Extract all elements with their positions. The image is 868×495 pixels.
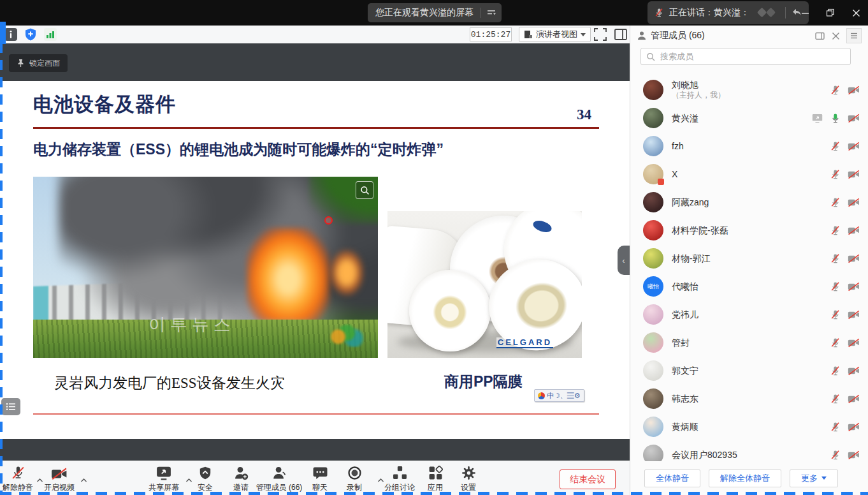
camera-status-icon[interactable]: [848, 310, 860, 320]
person-icon: [637, 31, 647, 41]
member-row[interactable]: 韩志东: [630, 385, 868, 413]
member-row[interactable]: 曦怡 代曦怡: [630, 272, 868, 300]
meeting-window: 您正在观看黄兴溢的屏幕 正在讲话：黄兴溢：: [0, 0, 868, 495]
unmute-all-button[interactable]: 解除全体静音: [709, 469, 781, 487]
slideshow-menu-button[interactable]: [1, 398, 20, 415]
manage-members-button[interactable]: 管理成员 (66): [256, 465, 303, 493]
network-signal-icon[interactable]: [43, 27, 57, 41]
camera-status-icon[interactable]: [848, 366, 860, 376]
member-row[interactable]: 郭文宁: [630, 357, 868, 385]
title-rule: [33, 127, 599, 129]
mute-all-button[interactable]: 全体静音: [644, 469, 700, 487]
breakout-icon: [393, 465, 407, 480]
start-video-button[interactable]: 开启视频: [44, 465, 75, 493]
mic-status-icon[interactable]: [830, 337, 841, 348]
avatar: [643, 108, 663, 128]
breakout-rooms-button[interactable]: 分组讨论: [384, 465, 415, 493]
member-row[interactable]: X: [630, 160, 868, 188]
mic-status-icon[interactable]: [830, 197, 841, 208]
mic-status-icon[interactable]: [830, 309, 841, 320]
member-row[interactable]: 材料学院-张磊: [630, 216, 868, 244]
member-row[interactable]: 管封: [630, 329, 868, 357]
member-row[interactable]: fzh: [630, 132, 868, 160]
share-options-chevron[interactable]: [185, 478, 192, 483]
side-panel-icon[interactable]: [614, 27, 628, 41]
more-button[interactable]: 更多: [790, 469, 838, 487]
caption-fire: 灵岩风力发电厂的ESS设备发生火灾: [54, 373, 285, 393]
flame-layer: [329, 249, 364, 297]
avatar: [643, 388, 663, 409]
meeting-info-icon[interactable]: [4, 27, 18, 41]
member-row[interactable]: 党祎儿: [630, 300, 868, 329]
share-screen-button[interactable]: 共享屏幕: [148, 465, 179, 493]
popout-panel-icon[interactable]: [815, 31, 825, 41]
mic-status-icon[interactable]: [830, 450, 841, 461]
mic-status-icon[interactable]: [830, 169, 841, 180]
camera-status-icon[interactable]: [848, 282, 860, 292]
avatar: [643, 360, 663, 381]
avatar: [643, 164, 663, 184]
view-mode-button[interactable]: 演讲者视图: [519, 27, 591, 42]
member-row[interactable]: 材物-郭江: [630, 244, 868, 272]
record-options-chevron[interactable]: [377, 478, 384, 483]
end-meeting-button[interactable]: 结束会议: [560, 469, 616, 489]
camera-status-icon[interactable]: [848, 170, 860, 179]
mic-status-icon[interactable]: [830, 394, 841, 404]
lock-view-button[interactable]: 锁定画面: [9, 54, 68, 72]
pp-separator-photo: CELGARD: [387, 211, 582, 358]
member-name: 韩志东: [672, 394, 698, 404]
camera-status-icon[interactable]: [848, 394, 860, 404]
avatar: [643, 304, 663, 325]
mic-status-icon[interactable]: [830, 113, 841, 124]
panel-collapse-handle[interactable]: ‹: [618, 246, 630, 275]
restore-button[interactable]: [822, 4, 839, 21]
mic-status-icon[interactable]: [830, 141, 841, 152]
camera-status-icon[interactable]: [848, 114, 860, 123]
member-row[interactable]: 阿藏zang: [630, 188, 868, 216]
settings-button[interactable]: 设置: [461, 465, 476, 493]
record-button[interactable]: 录制: [347, 465, 362, 493]
meeting-toolbar: 解除静音 开启视频 共享屏幕 安全 邀请: [0, 461, 630, 495]
camera-status-icon[interactable]: [848, 226, 860, 235]
camera-status-icon[interactable]: [848, 198, 860, 207]
search-input[interactable]: [659, 51, 845, 62]
mic-status-icon[interactable]: [830, 225, 841, 236]
chevron-down-icon: [581, 33, 586, 36]
member-row[interactable]: 黄炳顺: [630, 413, 868, 441]
member-row[interactable]: 黄兴溢: [630, 104, 868, 132]
mic-status-icon[interactable]: [830, 422, 841, 432]
camera-status-icon[interactable]: [848, 254, 860, 263]
magnifier-icon[interactable]: [356, 181, 373, 199]
shared-screen-area: 锁定画面 电池设备及器件 34 电力储存装置（ESS）的锂电池成为随时可能爆炸的…: [0, 43, 630, 461]
member-row[interactable]: 刘晓旭 （主持人，我）: [630, 76, 868, 104]
speaking-banner-text: 正在讲话：黄兴溢：: [669, 7, 749, 18]
invite-button[interactable]: 邀请: [233, 465, 249, 493]
fullscreen-icon[interactable]: [593, 27, 607, 41]
panel-menu-icon[interactable]: [846, 28, 862, 43]
minimize-button[interactable]: [797, 4, 813, 21]
mic-status-icon[interactable]: [830, 85, 841, 96]
pin-icon: [17, 59, 25, 68]
apps-button[interactable]: 应用: [428, 465, 443, 493]
member-row[interactable]: 会议用户802935: [630, 441, 868, 461]
footer-rule: [33, 413, 599, 415]
security-button[interactable]: 安全: [198, 465, 213, 493]
camera-status-icon[interactable]: [848, 422, 860, 432]
ess-fire-photo: 이투뉴스: [33, 177, 378, 358]
security-shield-icon[interactable]: [24, 27, 38, 41]
camera-status-icon[interactable]: [848, 85, 860, 95]
video-options-chevron[interactable]: [80, 478, 87, 483]
mic-status-icon[interactable]: [830, 253, 841, 264]
banner-menu-icon[interactable]: [487, 10, 496, 16]
close-panel-icon[interactable]: [832, 32, 840, 40]
chat-button[interactable]: 聊天: [312, 465, 328, 493]
mic-status-icon[interactable]: [830, 366, 841, 376]
camera-status-icon[interactable]: [848, 142, 860, 151]
camera-status-icon[interactable]: [848, 338, 860, 348]
mic-status-icon[interactable]: [830, 281, 841, 292]
close-button[interactable]: [848, 4, 864, 21]
mic-options-chevron[interactable]: [36, 478, 43, 483]
flame-layer: [247, 228, 329, 322]
unmute-button[interactable]: 解除静音: [3, 465, 33, 493]
camera-status-icon[interactable]: [848, 450, 860, 460]
